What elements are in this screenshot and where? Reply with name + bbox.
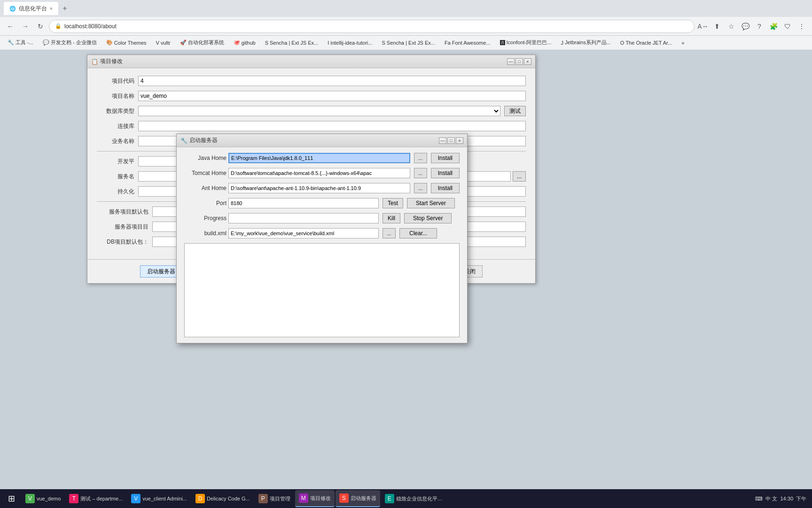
connection-input[interactable] (138, 121, 526, 131)
address-bar[interactable]: 🔒 localhost:8080/about (49, 20, 695, 33)
ant-install-button[interactable]: Install (431, 183, 460, 193)
db-type-label: 数据库类型 (97, 107, 134, 115)
taskbar-icon-project-mgmt: P (258, 494, 268, 503)
connection-label: 连接库 (97, 122, 134, 130)
screenshot-icon[interactable]: ⬆ (710, 20, 724, 33)
tomcat-home-input[interactable] (228, 168, 410, 178)
taskbar-icon-project-modify: M (299, 493, 308, 503)
taskbar: ⊞ V vue_demo T 测试 – departme... V vue_cl… (0, 489, 812, 508)
bookmark-fontawesome[interactable]: Fa Font Awesome... (441, 38, 494, 48)
bookmark-oracle-jet[interactable]: O The Oracle JET Ar... (617, 38, 676, 48)
help-icon[interactable]: ? (753, 20, 766, 33)
vultr-bookmark-icon: V (156, 40, 159, 46)
project-close-button[interactable]: × (524, 58, 531, 65)
bookmark-iconfont[interactable]: 🅰 Iconfont-阿里巴巴... (496, 38, 555, 48)
server-dialog-title-text: 🔧 启动服务器 (180, 136, 218, 144)
taskbar-item-test[interactable]: T 测试 – departme... (65, 490, 126, 507)
bookmark-tools[interactable]: 🔧 工具 -... (4, 38, 37, 48)
extensions-icon[interactable]: 🧩 (767, 20, 780, 33)
bookmark-intellij[interactable]: I intellij-idea-tutori... (324, 38, 376, 48)
nav-bar: ← → ↻ 🔒 localhost:8080/about A↔ ⬆ ☆ 💬 ? … (0, 17, 812, 36)
project-name-input[interactable] (138, 91, 526, 101)
forward-button[interactable]: → (19, 20, 32, 33)
ant-browse-button[interactable]: ... (414, 183, 427, 193)
dialog-close-button[interactable]: × (456, 137, 463, 144)
favorites-icon[interactable]: ☆ (725, 20, 738, 33)
taskbar-icon-start-server: S (339, 493, 349, 503)
bookmark-github[interactable]: 🐙 github (230, 38, 259, 48)
taskbar-icon-test: T (69, 494, 78, 503)
project-code-label: 项目代码 (97, 77, 134, 85)
browser-toolbar-icons: A↔ ⬆ ☆ 💬 ? 🧩 🛡 ⋮ (696, 20, 808, 33)
tomcat-browse-button[interactable]: ... (414, 168, 427, 178)
ant-home-input[interactable] (228, 183, 410, 193)
server-target-label: 服务器项目目 (97, 223, 148, 231)
tab-close-button[interactable]: × (50, 6, 53, 11)
server-browse-button[interactable]: ... (513, 171, 526, 182)
oracle-bookmark-icon: O (620, 40, 625, 46)
active-tab[interactable]: 🌐 信息化平台 × (4, 2, 58, 15)
main-area: 📋 项目修改 — □ × 项目代码 项目名称 数据库类型 (0, 50, 812, 489)
db-default-label: DB项目默认包： (97, 238, 148, 246)
java-home-browse-button[interactable]: ... (414, 153, 427, 163)
project-minimize-button[interactable]: — (507, 58, 515, 65)
build-xml-input[interactable] (228, 228, 379, 238)
java-home-input[interactable] (228, 153, 410, 163)
java-home-row: Java Home ... Install (184, 153, 460, 163)
bookmark-devdoc[interactable]: 💬 开发文档 - 企业微信 (39, 38, 101, 48)
build-xml-row: build.xml ... Clear... (184, 228, 460, 238)
bookmark-color-themes[interactable]: 🎨 Color Themes (102, 38, 150, 48)
bookmark-auto-deploy[interactable]: 🚀 自动化部署系统 (176, 38, 228, 48)
log-area (184, 243, 460, 337)
build-xml-browse-button[interactable]: ... (383, 228, 396, 238)
bookmark-more[interactable]: » (678, 38, 688, 48)
port-input[interactable] (228, 198, 379, 208)
taskbar-icon-vue-client: V (131, 494, 141, 503)
ant-home-label: Ant Home (184, 185, 226, 191)
refresh-button[interactable]: ↻ (34, 20, 47, 33)
tab-favicon: 🌐 (9, 6, 16, 12)
github-bookmark-icon: 🐙 (234, 40, 240, 46)
dialog-maximize-button[interactable]: □ (447, 137, 455, 144)
taskbar-item-enterprise[interactable]: E 稳致企业信息化平… (381, 490, 446, 507)
taskbar-item-project-mgmt[interactable]: P 项目管理 (255, 490, 294, 507)
new-tab-button[interactable]: + (58, 2, 71, 15)
stop-server-button[interactable]: Stop Server (404, 213, 452, 223)
taskbar-item-project-modify[interactable]: M 项目修改 (295, 490, 335, 507)
db-test-button[interactable]: 测试 (504, 106, 526, 116)
wechat-icon[interactable]: 💬 (739, 20, 752, 33)
java-install-button[interactable]: Install (431, 153, 460, 163)
dialog-minimize-button[interactable]: — (439, 137, 446, 144)
taskbar-item-start-server[interactable]: S 启动服务器 (336, 490, 380, 507)
project-name-label: 项目名称 (97, 92, 134, 100)
start-server-button[interactable]: Start Server (407, 198, 455, 208)
shield-icon[interactable]: 🛡 (781, 20, 794, 33)
jetbrains-bookmark-icon: J (561, 40, 564, 46)
translate-icon[interactable]: A↔ (696, 20, 710, 33)
tomcat-install-button[interactable]: Install (431, 168, 460, 178)
taskbar-item-vuedemo[interactable]: V vue_demo (22, 490, 64, 507)
test-button[interactable]: Test (383, 198, 403, 208)
taskbar-tray: ⌨ 中 文 14:30 下午 (755, 495, 810, 502)
wechat-bookmark-icon: 💬 (43, 40, 49, 46)
clear-button[interactable]: Clear... (399, 228, 437, 238)
project-maximize-button[interactable]: □ (515, 58, 523, 65)
taskbar-icon-delicacy: D (195, 494, 205, 503)
kill-button[interactable]: Kill (383, 213, 400, 223)
bookmark-sencha1[interactable]: S Sencha | Ext JS Ex... (261, 38, 322, 48)
taskbar-item-vue-client[interactable]: V vue_client Admini... (127, 490, 191, 507)
tray-input-icon: ⌨ (755, 496, 763, 502)
menu-icon[interactable]: ⋮ (795, 20, 808, 33)
back-button[interactable]: ← (4, 20, 17, 33)
bookmark-vultr[interactable]: V vultr (152, 38, 174, 48)
project-code-input[interactable] (138, 76, 526, 86)
bookmark-jetbrains[interactable]: J Jetbrains系列产品... (557, 38, 615, 48)
db-type-select[interactable] (138, 106, 500, 116)
secure-icon: 🔒 (55, 23, 62, 29)
start-button[interactable]: ⊞ (2, 490, 21, 507)
bookmark-icon: 🔧 (8, 40, 14, 46)
bookmark-sencha2[interactable]: S Sencha | Ext JS Ex... (378, 38, 438, 48)
taskbar-item-delicacy[interactable]: D Delicacy Code G... (192, 490, 254, 507)
project-window-titlebar: 📋 项目修改 — □ × (87, 55, 535, 68)
progress-row: Progress Kill Stop Server (184, 213, 460, 223)
